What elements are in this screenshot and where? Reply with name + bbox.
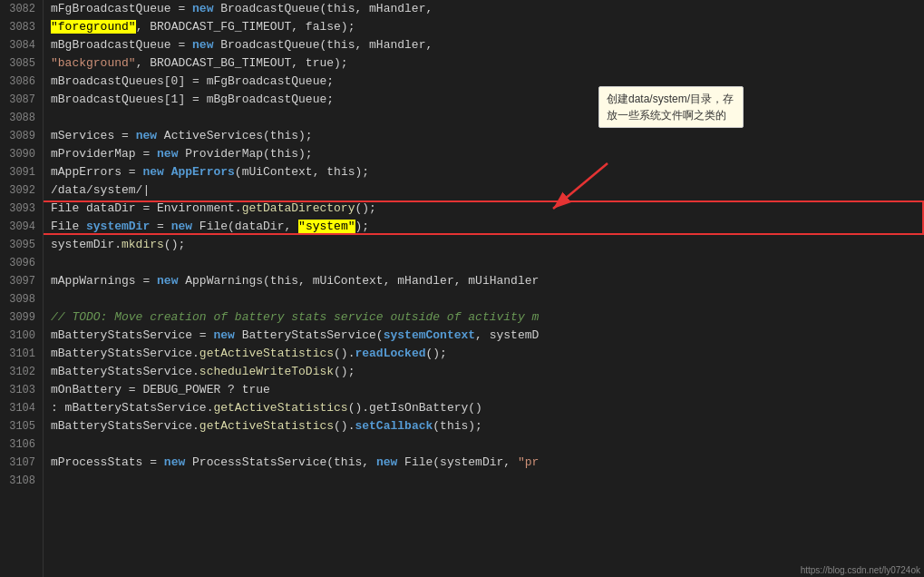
code-segment: );	[355, 220, 370, 233]
line-number: 3085	[4, 54, 35, 73]
red-arrow-icon	[544, 159, 617, 213]
line-number: 3095	[4, 236, 35, 254]
code-line: mProviderMap = new ProviderMap(this);	[51, 145, 924, 163]
code-segment: new	[171, 220, 192, 233]
code-segment: ();	[334, 365, 355, 378]
code-line: systemDir.mkdirs();	[51, 236, 924, 254]
code-line: mFgBroadcastQueue = new BroadcastQueue(t…	[51, 0, 924, 18]
code-segment: File(dataDir,	[192, 220, 298, 233]
code-segment: /data/system/	[51, 183, 142, 197]
code-segment: ProviderMap(this);	[178, 147, 312, 161]
code-segment: getActiveStatistics	[199, 419, 334, 433]
code-line: mAppWarnings = new AppWarnings(this, mUi…	[51, 272, 924, 290]
line-number: 3107	[4, 454, 35, 472]
code-segment: BroadcastQueue(this, mHandler,	[213, 38, 433, 52]
code-segment: getActiveStatistics	[199, 347, 334, 360]
code-segment: ProcessStatsService(this,	[185, 455, 376, 469]
code-segment: "background"	[51, 56, 136, 70]
code-segment: mBatteryStatsService.	[51, 419, 199, 433]
code-segment: mBroadcastQueues[1] = mBgBroadcastQueue;	[51, 93, 334, 106]
code-line: mBatteryStatsService = new BatteryStatsS…	[51, 327, 924, 345]
code-segment: File(systemDir,	[397, 455, 518, 469]
line-numbers: 3082308330843085308630873088308930903091…	[0, 0, 44, 577]
code-segment: mBatteryStatsService.	[51, 365, 199, 378]
code-segment: AppWarnings(this, mUiContext, mHandler, …	[178, 274, 539, 288]
code-segment: setCallback	[355, 419, 433, 433]
line-number: 3104	[4, 399, 35, 417]
code-line: mProcessStats = new ProcessStatsService(…	[51, 454, 924, 472]
code-line: mBatteryStatsService.getActiveStatistics…	[51, 345, 924, 363]
code-line	[51, 435, 924, 454]
code-line: mBatteryStatsService.getActiveStatistics…	[51, 417, 924, 435]
line-number: 3094	[4, 218, 35, 236]
code-segment: new	[157, 147, 178, 161]
line-number: 3102	[4, 363, 35, 381]
code-segment: mAppWarnings =	[51, 274, 157, 288]
code-segment: mBatteryStatsService =	[51, 328, 213, 342]
annotation-bubble: 创建data/system/目录，存放一些系统文件啊之类的	[598, 86, 744, 128]
code-line: : mBatteryStatsService.getActiveStatisti…	[51, 399, 924, 417]
code-segment: mBgBroadcastQueue =	[51, 38, 192, 52]
line-number: 3092	[4, 181, 35, 200]
code-line	[51, 472, 924, 490]
watermark: https://blog.csdn.net/ly0724ok	[801, 565, 920, 575]
code-segment: new	[376, 455, 397, 469]
code-segment: getIsOnBattery()	[369, 401, 482, 415]
code-segment: BatteryStatsService(	[235, 328, 384, 342]
line-number: 3101	[4, 345, 35, 363]
code-area[interactable]: mFgBroadcastQueue = new BroadcastQueue(t…	[44, 0, 924, 577]
code-segment: systemContext	[384, 328, 475, 342]
code-segment: mServices =	[51, 129, 136, 142]
code-segment: new	[157, 274, 178, 288]
code-segment: (this);	[433, 419, 482, 433]
code-segment: new	[164, 455, 185, 469]
code-editor: 3082308330843085308630873088308930903091…	[0, 0, 924, 577]
line-number: 3082	[4, 0, 35, 18]
code-segment: "system"	[298, 220, 355, 233]
code-segment: "foreground"	[51, 20, 136, 34]
code-segment	[164, 165, 171, 179]
code-segment: new	[213, 328, 234, 342]
code-segment: File dataDir = Environment.	[51, 201, 242, 215]
code-line: /data/system/|	[51, 181, 924, 200]
code-segment: new	[136, 129, 157, 142]
code-segment: : mBatteryStatsService.	[51, 401, 213, 415]
code-line: mServices = new ActiveServices(this);	[51, 127, 924, 145]
code-segment: ().	[334, 419, 355, 433]
line-number: 3087	[4, 91, 35, 109]
code-line: mBatteryStatsService.scheduleWriteToDisk…	[51, 363, 924, 381]
code-segment: ().	[334, 347, 355, 360]
code-segment: new	[192, 38, 213, 52]
line-number: 3083	[4, 18, 35, 36]
code-segment: mFgBroadcastQueue =	[51, 2, 192, 15]
line-number: 3108	[4, 472, 35, 490]
code-line: "background", BROADCAST_BG_TIMEOUT, true…	[51, 54, 924, 73]
code-segment: getDataDirectory	[242, 201, 355, 215]
code-segment: , BROADCAST_FG_TIMEOUT, false);	[136, 20, 355, 34]
code-line	[51, 254, 924, 272]
line-number: 3084	[4, 36, 35, 54]
code-segment: mOnBattery = DEBUG_POWER ? true	[51, 383, 270, 396]
code-segment: |	[142, 183, 150, 197]
code-segment: AppErrors	[171, 165, 235, 179]
code-line: File systemDir = new File(dataDir, "syst…	[51, 218, 924, 236]
code-segment: "pr	[518, 455, 539, 469]
line-number: 3105	[4, 417, 35, 435]
code-segment: (mUiContext, this);	[235, 165, 369, 179]
code-line	[51, 109, 924, 127]
code-segment: ();	[425, 347, 446, 360]
code-segment: mBroadcastQueues[0] = mFgBroadcastQueue;	[51, 74, 334, 88]
code-segment: scheduleWriteToDisk	[199, 365, 334, 378]
code-segment: ().	[348, 401, 369, 415]
line-number: 3088	[4, 109, 35, 127]
code-segment: new	[142, 165, 163, 179]
line-number: 3100	[4, 327, 35, 345]
code-line: mBroadcastQueues[1] = mBgBroadcastQueue;	[51, 91, 924, 109]
code-segment: systemDir.	[51, 238, 122, 251]
code-segment: BroadcastQueue(this, mHandler,	[213, 2, 433, 15]
code-segment: mProviderMap =	[51, 147, 157, 161]
line-number: 3103	[4, 381, 35, 399]
code-segment: ();	[355, 201, 375, 215]
code-segment: mkdirs	[122, 238, 164, 251]
code-line	[51, 290, 924, 308]
